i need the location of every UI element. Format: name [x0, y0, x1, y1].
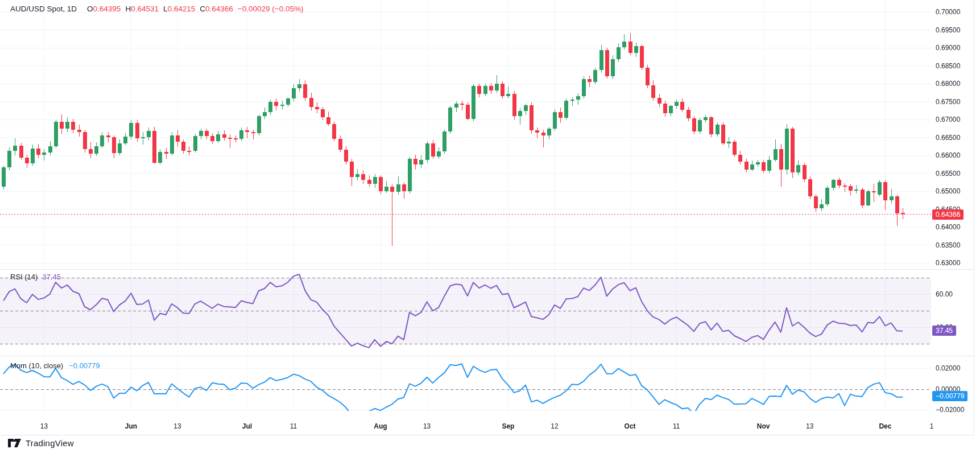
footer: TradingView [8, 438, 74, 448]
time-axis-label: 12 [551, 422, 558, 430]
time-axis-label: 11 [290, 422, 297, 430]
price-axis-label: 0.65000 [936, 187, 960, 196]
mom-axis-label: 0.02000 [936, 364, 960, 373]
price-axis-label: 0.66000 [936, 151, 960, 160]
time-axis-label: Jun [125, 422, 137, 430]
tradingview-logo-icon[interactable] [8, 438, 22, 448]
price-axis-label: 0.65500 [936, 169, 960, 178]
close-value: 0.64366 [205, 5, 233, 13]
change-value: −0.00029 (−0.05%) [238, 5, 304, 13]
mom-title[interactable]: Mom (10, close) [10, 361, 63, 370]
price-axis-label: 0.66500 [936, 133, 960, 142]
high-label: H [125, 5, 131, 13]
price-axis-label: 0.68000 [936, 79, 960, 88]
price-axis-label: 0.64000 [936, 223, 960, 232]
price-axis-label: 0.68500 [936, 61, 960, 71]
open-value: 0.64395 [93, 5, 121, 13]
mom-axis-label: −0.02000 [936, 405, 964, 414]
mom-legend[interactable]: Mom (10, close)−0.00779 [10, 361, 100, 370]
time-axis-label: Aug [374, 422, 387, 430]
time-axis-label: Sep [502, 422, 514, 430]
time-axis-label: 1 [930, 422, 934, 430]
price-axis-label: 0.69500 [936, 26, 960, 35]
price-axis-label: 0.67500 [936, 97, 960, 106]
low-value: 0.64215 [167, 5, 195, 13]
price-axis-label: 0.70000 [936, 7, 960, 17]
mom-value: −0.00779 [69, 361, 100, 370]
symbol-title[interactable]: AUD/USD Spot, 1D [10, 5, 77, 13]
rsi-title[interactable]: RSI (14) [10, 273, 38, 281]
time-axis-label: 13 [806, 422, 813, 430]
tradingview-chart: AUD/USD Spot, 1DO0.64395H0.64531L0.64215… [0, 0, 980, 457]
time-axis-label: 13 [423, 422, 431, 430]
open-label: O [87, 5, 93, 13]
time-axis-label: Oct [625, 422, 636, 430]
last-price-badge: 0.64366 [932, 209, 964, 220]
price-axis-label: 0.69000 [936, 43, 960, 52]
high-value: 0.64531 [131, 5, 159, 13]
mom-value-badge: −0.00779 [932, 391, 967, 401]
price-axis-label: 0.67000 [936, 115, 960, 124]
time-axis-label: 11 [673, 422, 680, 430]
rsi-value-badge: 37.45 [932, 326, 956, 336]
symbol-legend[interactable]: AUD/USD Spot, 1DO0.64395H0.64531L0.64215… [10, 5, 303, 13]
time-axis-label: Nov [757, 422, 770, 430]
time-axis-label: 13 [40, 422, 48, 430]
rsi-axis-label: 60.00 [936, 290, 953, 299]
rsi-legend[interactable]: RSI (14)37.45 [10, 273, 61, 281]
tradingview-brand-text[interactable]: TradingView [26, 438, 74, 448]
price-axis-label: 0.63000 [936, 258, 960, 267]
time-axis-label: 13 [173, 422, 181, 430]
time-axis-label: Jul [242, 422, 252, 430]
chart-canvas[interactable] [0, 0, 980, 457]
time-axis-label: Dec [879, 422, 891, 430]
price-axis-label: 0.63500 [936, 241, 960, 250]
rsi-value: 37.45 [42, 273, 61, 281]
close-label: C [200, 5, 205, 13]
